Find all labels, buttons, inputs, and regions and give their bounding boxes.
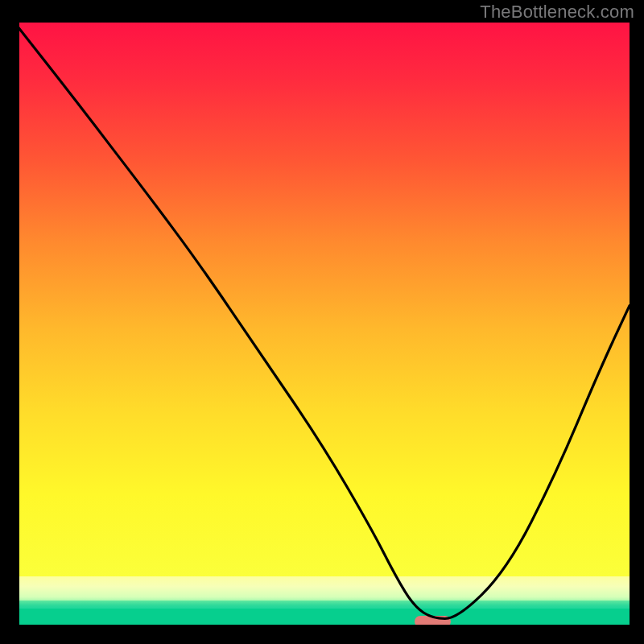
y-axis (14, 23, 19, 630)
plot-area (14, 23, 630, 630)
plot-frame (14, 23, 630, 630)
watermark-text: TheBottleneck.com (480, 2, 634, 23)
curve-svg (14, 23, 630, 630)
x-axis (14, 625, 630, 630)
bottleneck-curve (14, 23, 630, 619)
chart-container: TheBottleneck.com (0, 0, 644, 644)
